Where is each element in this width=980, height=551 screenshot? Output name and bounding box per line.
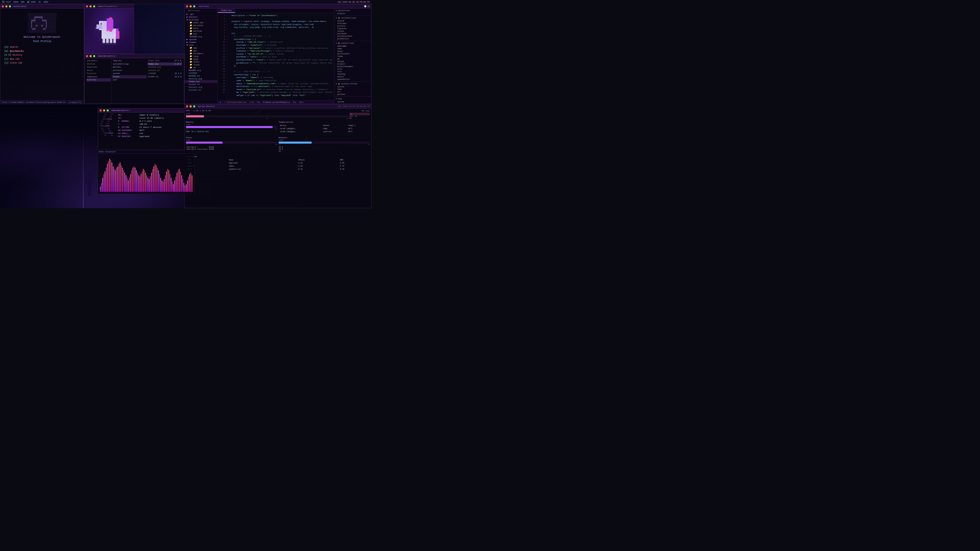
tree-pkgs[interactable]: 📁 pkgs bbox=[185, 58, 218, 60]
outline-locale[interactable]: locale bbox=[334, 30, 371, 32]
tree-installsh[interactable]: install.sh bbox=[185, 89, 218, 91]
tree-git[interactable]: ▶ .git bbox=[185, 13, 218, 16]
tree-profiles[interactable]: ▼ profiles bbox=[185, 18, 218, 21]
editor-code-area[interactable]: 12345 678910 1112131415 1617181920 21222… bbox=[218, 13, 334, 100]
qute-menu-closetab[interactable]: [x] Close tab bbox=[4, 61, 80, 65]
sysmon-maximize[interactable] bbox=[193, 105, 195, 107]
sysmon-close[interactable] bbox=[186, 105, 188, 107]
tree-desktop[interactable]: desktop.png bbox=[185, 77, 218, 80]
neofetch-minimize[interactable] bbox=[103, 110, 105, 111]
neofetch-maximize[interactable] bbox=[107, 110, 109, 111]
outline-font[interactable]: font bbox=[334, 70, 371, 73]
outline-np-system[interactable]: system bbox=[334, 86, 371, 88]
outline-browser[interactable]: browser bbox=[334, 63, 371, 65]
outline-profile[interactable]: profile bbox=[334, 25, 371, 27]
tree-lang[interactable]: 📁 lang bbox=[185, 55, 218, 58]
audio-bar-27 bbox=[131, 170, 132, 192]
tree-work[interactable]: 📁 work bbox=[185, 27, 218, 30]
outline-outputs[interactable]: outputs bbox=[334, 12, 371, 15]
tree-worklab[interactable]: 📁 worklab bbox=[185, 30, 218, 32]
editor-close[interactable] bbox=[186, 5, 188, 7]
audio-bar-56 bbox=[165, 175, 166, 192]
img-minimize[interactable] bbox=[89, 5, 92, 7]
sysmon-minimize[interactable] bbox=[189, 105, 192, 107]
qute-menu-search[interactable]: [o] Search bbox=[4, 45, 80, 49]
audio-bar-73 bbox=[185, 186, 186, 192]
outline-timezone[interactable]: timezone bbox=[334, 27, 371, 30]
tree-readme-org[interactable]: README.org bbox=[185, 35, 218, 38]
qute-menu-history[interactable]: [S h] History bbox=[4, 53, 80, 57]
tree-flakenix[interactable]: flake.nix bbox=[185, 80, 218, 83]
tree-wm[interactable]: 📁 wm bbox=[185, 66, 218, 69]
qute-menu-quickmarks[interactable]: [b] Quickmarks bbox=[4, 49, 80, 54]
tree-personal[interactable]: 📁 personal bbox=[185, 24, 218, 27]
neofetch-close[interactable] bbox=[100, 110, 102, 111]
term-close[interactable] bbox=[86, 55, 88, 57]
tree-license[interactable]: LICENSE bbox=[185, 72, 218, 75]
audio-bar-61 bbox=[171, 178, 172, 192]
tree-user[interactable]: ▼ user bbox=[185, 44, 218, 46]
code-content[interactable]: description = "Flake of LibrePhoenix"; o… bbox=[227, 13, 334, 100]
tree-themes[interactable]: ▶ themes bbox=[185, 41, 218, 44]
outline-name[interactable]: name bbox=[334, 48, 371, 50]
outline-dotfilesdir[interactable]: dotfilesDir bbox=[334, 52, 371, 55]
outline-wm[interactable]: wm bbox=[334, 58, 371, 60]
tree-wsl[interactable]: 📁 wsl bbox=[185, 32, 218, 35]
neo-desktop: hyprland bbox=[140, 135, 149, 138]
outline-hostname[interactable]: hostname bbox=[334, 22, 371, 25]
tree-readme[interactable]: README.org bbox=[185, 69, 218, 72]
outline-bootmountpath[interactable]: bootMountPath bbox=[334, 35, 371, 38]
tab-flakenix[interactable]: flake.nix bbox=[218, 8, 235, 13]
qute-menu-newtab[interactable]: [t] New tab bbox=[4, 57, 80, 62]
outline-np-src[interactable]: src bbox=[334, 91, 371, 93]
tree-gui[interactable]: 📁 gui bbox=[185, 49, 218, 52]
svg-rect-27 bbox=[88, 187, 89, 196]
outline-spawneditor[interactable]: spawnEditor bbox=[334, 78, 371, 81]
tree-hardensh[interactable]: harden.sh bbox=[185, 83, 218, 86]
cpu-main-graph: 100% 0s0%0% bbox=[186, 113, 348, 119]
outline-defaultroamdir[interactable]: defaultRoamDir bbox=[334, 65, 371, 68]
minimize-button[interactable] bbox=[5, 5, 7, 7]
outline-bootmode[interactable]: bootMode bbox=[334, 32, 371, 35]
editor-minimize[interactable] bbox=[189, 5, 192, 7]
audio-bar-74 bbox=[186, 184, 186, 192]
sysmon-panel: System Monitor Sat 2024-03-09 05:06:00 P… bbox=[184, 104, 372, 208]
editor-filepath: ~/.dotfiles/flake.nix bbox=[224, 101, 246, 103]
outline-fontpkg[interactable]: fontPkg bbox=[334, 73, 371, 76]
tree-installorg[interactable]: install.org bbox=[185, 86, 218, 89]
outline-grubdevice[interactable]: grubDevice bbox=[334, 38, 371, 40]
outline-np-patches[interactable]: patches bbox=[334, 93, 371, 96]
outline-email[interactable]: email bbox=[334, 50, 371, 52]
audio-bar-68 bbox=[179, 169, 180, 192]
disk-bar bbox=[186, 141, 223, 144]
tree-shell[interactable]: 📁 shell bbox=[185, 60, 218, 63]
tree-homelab[interactable]: 📁 home.lab bbox=[185, 21, 218, 24]
term-minimize[interactable] bbox=[89, 55, 92, 57]
tree-style[interactable]: 📁 style bbox=[185, 63, 218, 66]
outline-np-name[interactable]: name bbox=[334, 88, 371, 91]
tree-app[interactable]: 📁 app bbox=[185, 46, 218, 49]
maximize-button[interactable] bbox=[9, 5, 11, 7]
outline-term[interactable]: term bbox=[334, 68, 371, 70]
outline-wmtype[interactable]: wmType bbox=[334, 60, 371, 63]
outline-theme[interactable]: theme bbox=[334, 55, 371, 58]
term-maximize[interactable] bbox=[93, 55, 95, 57]
outline-pkgs-system[interactable]: system bbox=[334, 100, 371, 103]
tree-system[interactable]: ▶ system bbox=[185, 38, 218, 41]
outline-username[interactable]: username bbox=[334, 45, 371, 48]
outline-editor[interactable]: editor bbox=[334, 76, 371, 78]
network-bar bbox=[279, 141, 312, 144]
ranger-column-3: flake.lock27.5 K flake.nix2.26 K install… bbox=[147, 59, 183, 103]
outline-system[interactable]: system bbox=[334, 20, 371, 22]
editor-maximize[interactable] bbox=[193, 5, 195, 7]
close-button[interactable] bbox=[2, 5, 4, 7]
terminal-panel[interactable]: emmet@snowfire:~ Documents Desktop Downl… bbox=[84, 54, 184, 104]
tree-hardware[interactable]: 📁 hardware bbox=[185, 52, 218, 55]
img-maximize[interactable] bbox=[93, 5, 95, 7]
terminal-content[interactable]: Documents Desktop Downloads Music Pictur… bbox=[84, 58, 184, 104]
terminal-command-area[interactable]: $ /home/emmet/.dotfiles/flake.nix $ root… bbox=[86, 103, 183, 104]
img-close[interactable] bbox=[86, 5, 88, 7]
tree-readmemd[interactable]: README.md bbox=[185, 75, 218, 77]
status-workspace[interactable]: ⬛ Tech bbox=[2, 1, 11, 3]
tree-patches[interactable]: ▶ patches bbox=[185, 16, 218, 18]
